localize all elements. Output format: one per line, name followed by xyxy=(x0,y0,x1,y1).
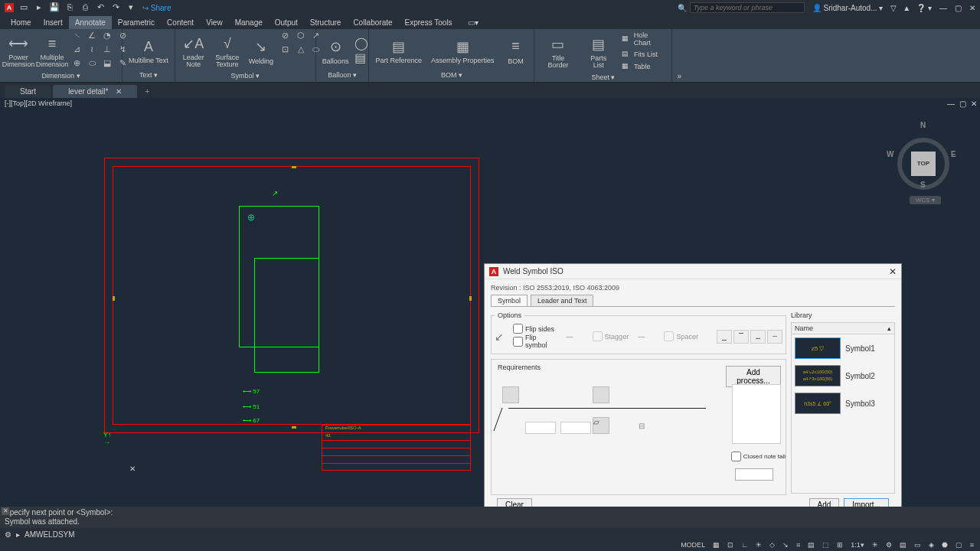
dim-ord-icon[interactable]: ⊥ xyxy=(101,44,113,57)
qat-save-icon[interactable]: 💾 xyxy=(49,2,60,13)
weld-type-lower-box[interactable]: ▱ xyxy=(593,417,609,434)
share-button[interactable]: ↪ Share xyxy=(142,4,171,12)
title-border-button[interactable]: ▭ Title Border xyxy=(537,32,578,70)
maximize-button[interactable]: ▢ xyxy=(955,4,962,12)
status-otrack-icon[interactable]: ↘ xyxy=(781,541,790,549)
viewcube-south[interactable]: S xyxy=(920,181,926,189)
ribbon-group-label[interactable]: Dimension ▾ xyxy=(3,70,119,81)
viewcube-north[interactable]: N xyxy=(920,121,926,129)
hole-chart-button[interactable]: ▦Hole Chart xyxy=(619,31,668,47)
status-grid-icon[interactable]: ▦ xyxy=(711,541,721,549)
ribbon-tab-content[interactable]: Content xyxy=(161,16,200,29)
status-monitor-icon[interactable]: ▭ xyxy=(913,541,923,549)
library-sort-header[interactable]: Name▴ xyxy=(792,323,894,334)
flip-symbol-checkbox[interactable]: Flip symbol xyxy=(513,334,557,349)
status-hardware-icon[interactable]: ⬣ xyxy=(940,541,949,549)
dialog-close-button[interactable]: ✕ xyxy=(889,266,897,277)
command-line-close-icon[interactable]: ✕ xyxy=(2,507,9,515)
dim-break-icon[interactable]: ≀ xyxy=(86,44,98,57)
qat-open-icon[interactable]: ▸ xyxy=(34,2,44,13)
library-item[interactable]: z5 ▽ Symbol1 xyxy=(792,334,894,362)
viewcube-west[interactable]: W xyxy=(887,150,893,158)
app-switch-icon[interactable]: ▲ xyxy=(903,4,910,12)
ribbon-tab-structure[interactable]: Structure xyxy=(304,16,348,29)
status-annoscale-icon[interactable]: ✳ xyxy=(871,541,880,549)
status-transparency-icon[interactable]: ▤ xyxy=(806,541,816,549)
help-icon[interactable]: ❔ ▾ xyxy=(916,4,932,12)
ribbon-tab-manage[interactable]: Manage xyxy=(229,16,269,29)
minimize-button[interactable]: — xyxy=(939,4,947,12)
bom-button[interactable]: ≡ BOM xyxy=(500,34,531,67)
sym-1-icon[interactable]: ⊘ xyxy=(279,31,292,43)
fits-list-button[interactable]: ▤Fits List xyxy=(619,49,668,60)
ribbon-tab-parametric[interactable]: Parametric xyxy=(112,16,161,29)
parts-list-button[interactable]: ▤ Parts List xyxy=(582,32,616,70)
weld-size-input-2[interactable] xyxy=(560,422,591,434)
command-text[interactable]: AMWELDSYM xyxy=(24,530,75,539)
idline-dash-icon[interactable]: ┄ xyxy=(767,330,782,344)
viewcube-top-face[interactable]: TOP xyxy=(911,152,936,176)
weld-left-upper-box[interactable] xyxy=(502,386,519,403)
status-gizmo-icon[interactable]: ⊞ xyxy=(835,541,844,549)
status-workspace-icon[interactable]: ▤ xyxy=(898,541,908,549)
weld-allround-combo[interactable] xyxy=(735,468,773,481)
library-item[interactable]: a4↘2x100(50) a4↗3x100(50) Symbol2 xyxy=(792,362,894,390)
dim-cen-icon[interactable]: ⊕ xyxy=(70,58,83,70)
power-dimension-button[interactable]: ⟷ Power Dimension xyxy=(3,31,34,70)
ribbon-tab-annotate[interactable]: Annotate xyxy=(69,16,112,29)
sym-4-icon[interactable]: ⊡ xyxy=(279,44,292,57)
dim-tol-icon[interactable]: ⬓ xyxy=(101,58,113,70)
cart-icon[interactable]: ▽ xyxy=(890,4,897,12)
qat-print-icon[interactable]: ⎙ xyxy=(80,2,90,13)
status-selection-icon[interactable]: ⬚ xyxy=(821,541,831,549)
spacer-checkbox[interactable]: Spacer xyxy=(664,331,698,341)
qat-saveas-icon[interactable]: ⎘ xyxy=(64,2,75,13)
add-tab-button[interactable]: + xyxy=(139,85,155,98)
balloon-small-1[interactable]: ◯ xyxy=(354,36,365,51)
status-model-button[interactable]: MODEL xyxy=(679,541,707,549)
close-tab-icon[interactable]: ✕ xyxy=(116,87,122,96)
status-snap-icon[interactable]: ⊡ xyxy=(726,541,735,549)
ribbon-group-label[interactable]: BOM ▾ xyxy=(372,70,531,80)
status-ortho-icon[interactable]: ∟ xyxy=(740,541,750,549)
status-osnap-icon[interactable]: ◇ xyxy=(768,541,776,549)
welding-button[interactable]: ↘ Welding xyxy=(246,34,276,67)
surface-texture-button[interactable]: √ Surface Texture xyxy=(212,31,243,70)
ribbon-group-label[interactable]: Balloon ▾ xyxy=(319,70,366,80)
closed-note-tail-checkbox[interactable]: Closed note tail xyxy=(731,452,786,461)
user-menu[interactable]: 👤 Sridhar-Autod... ▾ xyxy=(812,4,884,12)
qat-undo-icon[interactable]: ↶ xyxy=(95,2,106,13)
viewcube-east[interactable]: E xyxy=(951,150,956,158)
multiline-text-button[interactable]: A Multiline Text xyxy=(126,34,172,66)
idline-none-icon[interactable]: ⎯ xyxy=(717,330,732,344)
idline-above-icon[interactable]: ⎺ xyxy=(733,330,749,344)
ribbon-tab-home[interactable]: Home xyxy=(5,16,38,29)
viewcube-wcs[interactable]: WCS ▾ xyxy=(910,196,941,204)
search-input[interactable] xyxy=(690,2,805,13)
status-gear-icon[interactable]: ⚙ xyxy=(884,541,893,549)
viewport-controls-label[interactable]: [-][Top][2D Wireframe] xyxy=(5,99,72,107)
dim-linear-icon[interactable]: ⟍ xyxy=(70,31,83,43)
ribbon-tab-view[interactable]: View xyxy=(200,16,229,29)
status-clean-icon[interactable]: ▢ xyxy=(954,541,964,549)
qat-new-icon[interactable]: ▭ xyxy=(18,2,29,13)
dialog-tab-leader-text[interactable]: Leader and Text xyxy=(531,295,593,306)
weld-type-upper-box[interactable] xyxy=(593,386,609,403)
ribbon-tab-blank[interactable]: ▭▾ xyxy=(459,16,488,29)
balloon-small-2[interactable]: ▤ xyxy=(354,51,365,65)
status-scale-icon[interactable]: 1:1▾ xyxy=(849,541,866,549)
ribbon-group-label[interactable]: Symbol ▾ xyxy=(178,70,312,81)
ribbon-tab-insert[interactable]: Insert xyxy=(38,16,69,29)
weld-size-input-1[interactable] xyxy=(525,422,556,434)
library-item[interactable]: h3s5 ∠ 60° Symbol3 xyxy=(792,390,894,417)
sym-5-icon[interactable]: △ xyxy=(295,44,307,57)
flip-sides-checkbox[interactable]: Flip sides xyxy=(513,324,557,334)
part-reference-button[interactable]: ▤ Part Reference xyxy=(372,34,425,66)
status-polar-icon[interactable]: ✳ xyxy=(754,541,763,549)
qat-redo-icon[interactable]: ↷ xyxy=(110,2,121,13)
table-button[interactable]: ▦Table xyxy=(619,61,668,72)
ribbon-group-label[interactable]: Sheet ▾ xyxy=(537,72,668,83)
ribbon-tab-output[interactable]: Output xyxy=(269,16,304,29)
leader-note-button[interactable]: ↙A Leader Note xyxy=(178,31,209,70)
viewport-close-icon[interactable]: ✕ xyxy=(971,99,977,108)
